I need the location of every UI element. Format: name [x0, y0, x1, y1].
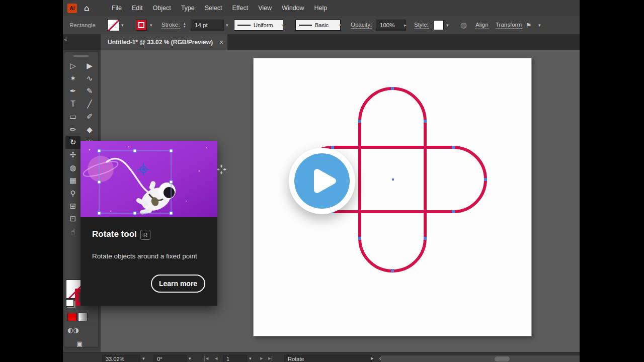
home-icon[interactable]: ⌂ [84, 4, 90, 13]
stroke-weight-input[interactable]: 14 pt [191, 20, 224, 31]
hand-tool[interactable]: ☝ [65, 225, 80, 238]
rotate-tool-tooltip: Rotate tool R Rotate objects around a fi… [80, 141, 217, 306]
first-artboard-icon[interactable]: |◂ [204, 355, 208, 362]
brush-control[interactable]: Basic [295, 16, 341, 34]
horizontal-scrollbar[interactable] [381, 355, 580, 362]
rotate-cursor-icon [216, 164, 227, 175]
gradient-button[interactable] [78, 313, 88, 321]
anchor-point[interactable] [391, 269, 394, 272]
video-play-button[interactable] [289, 148, 355, 214]
width-profile-control[interactable]: Uniform [234, 16, 283, 34]
line-segment-tool[interactable]: ╱ [82, 98, 97, 110]
collapse-tools-icon[interactable]: « [64, 36, 67, 43]
stroke-dropdown-icon[interactable]: ▾ [150, 16, 152, 34]
default-fill-stroke-icon[interactable] [66, 300, 74, 307]
scrollbar-thumb[interactable] [495, 356, 510, 361]
menu-file[interactable]: File [107, 0, 127, 16]
illustrator-logo-icon[interactable]: Ai [67, 4, 77, 13]
last-artboard-icon[interactable]: ▸| [268, 355, 273, 362]
anchor-point[interactable] [424, 237, 427, 240]
type-tool[interactable]: T [65, 98, 80, 110]
shaper-tool[interactable]: ✏ [65, 123, 80, 136]
anchor-point[interactable] [452, 146, 455, 149]
menu-edit[interactable]: Edit [127, 0, 148, 16]
align-panel-link[interactable]: Align [475, 22, 489, 29]
opacity-panel-link[interactable]: Opacity: [351, 22, 372, 29]
zoom-level-field[interactable]: 33.02% [102, 355, 140, 362]
artboard-dropdown-icon[interactable]: ▾ [249, 356, 252, 362]
mask-icon[interactable]: ▣ [76, 340, 83, 347]
artboard-number-field[interactable]: 1 [223, 355, 247, 362]
menu-view[interactable]: View [253, 0, 277, 16]
lasso-tool[interactable]: ∿ [82, 72, 97, 84]
width-profile-dropdown-icon[interactable]: ▾ [281, 16, 284, 34]
control-bar: Rectangle ▾ ▾ Stroke: ▴ ▾ 14 pt ▾ U [63, 16, 580, 35]
shape-builder-tool[interactable]: ◍ [65, 161, 80, 174]
anchor-point[interactable] [331, 146, 334, 149]
width-tool[interactable]: ✣ [65, 149, 80, 161]
brush-dropdown-icon[interactable]: ▾ [339, 16, 341, 34]
stepper-down-icon[interactable]: ▾ [184, 25, 186, 28]
menu-select[interactable]: Select [200, 0, 227, 16]
menu-window[interactable]: Window [277, 0, 309, 16]
rotate-tool-icon: ↻ [70, 138, 76, 147]
stroke-panel-link[interactable]: Stroke: [162, 22, 180, 29]
tools-panel-grip[interactable] [73, 55, 89, 57]
style-dropdown-icon[interactable]: ▾ [446, 16, 449, 34]
opacity-arrow-icon[interactable]: ▸ [404, 16, 407, 34]
document-setup-globe-icon[interactable]: ◍ [460, 16, 467, 34]
anchor-point[interactable] [358, 120, 361, 123]
draw-modes-icon[interactable]: ◐◑ [67, 326, 79, 334]
magic-wand-tool[interactable]: ✶ [65, 72, 80, 84]
anchor-point[interactable] [484, 178, 487, 181]
close-tab-icon[interactable]: × [219, 39, 224, 46]
rotate-tool[interactable]: ↻ [65, 136, 80, 148]
fill-swatch[interactable] [107, 16, 119, 34]
status-arrow-icon[interactable]: ▸ [371, 355, 374, 362]
pen-tool[interactable]: ✒ [65, 85, 80, 98]
rectangle-tool[interactable]: ▭ [65, 111, 80, 123]
anchor-point[interactable] [358, 237, 361, 240]
perspective-grid-tool[interactable]: ▦ [65, 174, 80, 187]
anchor-point[interactable] [452, 210, 455, 213]
rotation-dropdown-icon[interactable]: ▾ [189, 356, 191, 362]
stroke-weight-dropdown-icon[interactable]: ▾ [226, 16, 228, 34]
stroke-swatch[interactable] [136, 16, 147, 34]
center-reference-point[interactable] [392, 178, 394, 180]
eyedropper-tool[interactable]: ⚲ [65, 187, 80, 200]
learn-more-button[interactable]: Learn more [151, 275, 205, 293]
eraser-tool-icon: ◆ [87, 125, 93, 134]
color-button[interactable] [67, 313, 77, 321]
anchor-point[interactable] [424, 120, 427, 123]
fill-dropdown-icon[interactable]: ▾ [121, 16, 124, 34]
arrange-icon[interactable]: ⚑ [526, 16, 532, 34]
menu-type[interactable]: Type [176, 0, 200, 16]
transform-panel-link[interactable]: Transform [496, 22, 522, 29]
menu-effect[interactable]: Effect [227, 0, 254, 16]
symbol-sprayer-tool[interactable]: ⊞ [65, 200, 80, 212]
curvature-tool[interactable]: ✎ [82, 85, 97, 98]
document-tab[interactable]: Untitled-1* @ 33.02 % (RGB/Preview) × [101, 34, 227, 50]
opacity-input[interactable]: 100% [376, 20, 406, 31]
eraser-tool[interactable]: ◆ [82, 123, 97, 136]
fill-none-swatch[interactable] [107, 19, 119, 31]
prev-artboard-icon[interactable]: ◂ [215, 355, 218, 362]
artboard-tool-icon: ⊡ [70, 214, 76, 223]
rotation-field[interactable]: 0° [153, 355, 187, 362]
style-swatch[interactable] [434, 20, 444, 30]
selection-tool[interactable]: ▷ [65, 59, 80, 72]
arrange-dropdown-icon[interactable]: ▾ [538, 16, 541, 34]
menu-help[interactable]: Help [309, 0, 333, 16]
artboard-tool[interactable]: ⊡ [65, 213, 80, 225]
direct-selection-tool[interactable]: ▶ [82, 59, 97, 72]
paintbrush-tool[interactable]: ✐ [82, 111, 97, 123]
style-panel-link[interactable]: Style: [414, 22, 429, 29]
anchor-point[interactable] [391, 87, 394, 90]
stroke-weight-stepper[interactable]: ▴ ▾ [184, 16, 186, 34]
width-tool-icon: ✣ [70, 150, 76, 159]
stroke-color-swatch[interactable] [136, 20, 147, 31]
menu-object[interactable]: Object [148, 0, 176, 16]
brush-value: Basic [315, 22, 329, 28]
zoom-dropdown-icon[interactable]: ▾ [142, 356, 145, 362]
next-artboard-icon[interactable]: ▸ [260, 355, 263, 362]
